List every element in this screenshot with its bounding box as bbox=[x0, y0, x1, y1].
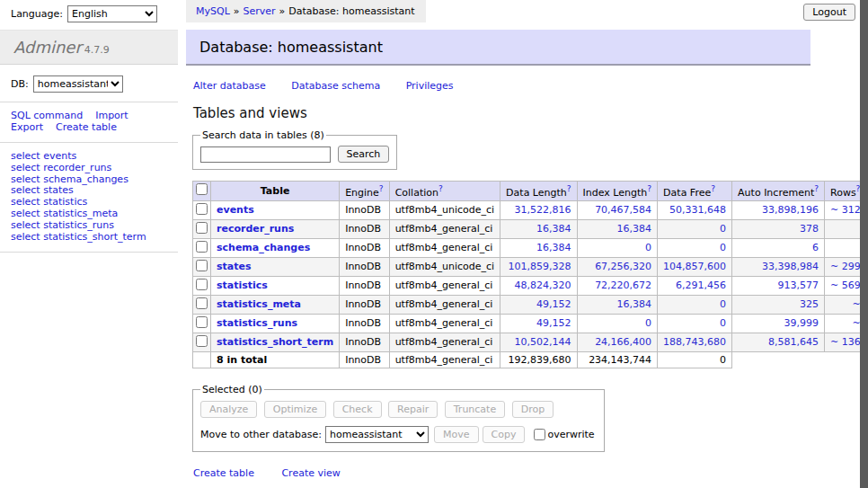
privileges-link[interactable]: Privileges bbox=[406, 80, 454, 92]
total-collation: utf8mb4_general_ci bbox=[389, 351, 500, 368]
logout-button[interactable]: Logout bbox=[803, 4, 855, 21]
collation-cell: utf8mb4_general_ci bbox=[389, 333, 500, 351]
total-index-length: 234,143,744 bbox=[577, 351, 658, 368]
language-select[interactable]: English bbox=[67, 5, 157, 22]
table-link-statistics-runs[interactable]: statistics_runs bbox=[217, 317, 297, 329]
search-button[interactable]: Search bbox=[338, 146, 390, 163]
vertical-scrollbar[interactable] bbox=[860, 0, 868, 488]
collation-cell: utf8mb4_general_ci bbox=[389, 276, 500, 295]
engine-cell: InnoDB bbox=[340, 238, 389, 257]
collation-help-link[interactable]: ? bbox=[438, 184, 443, 193]
create-links-row: Create table Create view bbox=[193, 467, 810, 479]
move-database-select[interactable]: homeassistant bbox=[325, 426, 429, 443]
select-all-checkbox[interactable] bbox=[196, 183, 208, 195]
create-view-link[interactable]: Create view bbox=[281, 467, 340, 479]
collation-cell: utf8mb4_general_ci bbox=[389, 295, 500, 314]
auto-increment-cell: 8,581,645 bbox=[732, 333, 825, 351]
auto-increment-help-link[interactable]: ? bbox=[814, 184, 819, 193]
table-row: statistics_meta InnoDB utf8mb4_general_c… bbox=[193, 295, 868, 314]
search-legend: Search data in tables (8) bbox=[200, 129, 326, 141]
row-checkbox[interactable] bbox=[196, 279, 208, 290]
engine-help-link[interactable]: ? bbox=[379, 184, 384, 193]
breadcrumb-mysql-link[interactable]: MySQL bbox=[196, 5, 230, 17]
table-link-statistics[interactable]: statistics bbox=[217, 279, 268, 291]
database-schema-link[interactable]: Database schema bbox=[291, 80, 380, 92]
column-header-index-length: Index Length? bbox=[577, 182, 658, 201]
overwrite-checkbox[interactable] bbox=[534, 429, 545, 440]
engine-cell: InnoDB bbox=[340, 314, 389, 333]
table-link-schema-changes[interactable]: schema_changes bbox=[217, 242, 310, 253]
index-length-help-link[interactable]: ? bbox=[647, 184, 651, 193]
sidebar-import-link[interactable]: Import bbox=[95, 110, 128, 121]
breadcrumb-current: Database: homeassistant bbox=[288, 5, 414, 17]
row-checkbox[interactable] bbox=[196, 316, 208, 328]
alter-database-link[interactable]: Alter database bbox=[193, 80, 266, 92]
row-checkbox[interactable] bbox=[196, 203, 208, 215]
data-free-cell: 0 bbox=[658, 295, 732, 314]
auto-increment-cell: 378 bbox=[732, 219, 825, 238]
search-fieldset: Search data in tables (8) Search bbox=[192, 129, 397, 170]
row-checkbox[interactable] bbox=[196, 335, 208, 347]
analyze-button[interactable]: Analyze bbox=[200, 401, 257, 418]
db-select[interactable]: homeassistant bbox=[33, 75, 123, 93]
auto-increment-cell: 913,577 bbox=[732, 276, 825, 295]
sidebar-actions: SQL commandImport ExportCreate table bbox=[0, 102, 178, 142]
drop-button[interactable]: Drop bbox=[512, 401, 554, 418]
table-link-events[interactable]: events bbox=[217, 204, 254, 216]
sidebar-sql-command-link[interactable]: SQL command bbox=[11, 110, 83, 121]
sidebar: Language:English Adminer4.7.9 DB:homeass… bbox=[0, 0, 178, 253]
total-label: 8 in total bbox=[211, 351, 340, 368]
optimize-button[interactable]: Optimize bbox=[264, 401, 326, 418]
search-input[interactable] bbox=[200, 146, 331, 163]
data-length-cell: 16,384 bbox=[500, 238, 577, 257]
engine-cell: InnoDB bbox=[340, 276, 389, 295]
engine-cell: InnoDB bbox=[340, 333, 389, 351]
data-length-help-link[interactable]: ? bbox=[567, 184, 571, 193]
auto-increment-cell: 39,999 bbox=[732, 314, 825, 333]
sidebar-item-select-statistics-meta[interactable]: select statistics_meta bbox=[11, 208, 118, 219]
index-length-cell: 67,256,320 bbox=[577, 257, 658, 276]
create-table-link[interactable]: Create table bbox=[193, 467, 254, 479]
language-row: Language:English bbox=[0, 0, 178, 28]
sidebar-item-select-schema-changes[interactable]: select schema_changes bbox=[11, 173, 128, 185]
table-row: events InnoDB utf8mb4_unicode_ci 31,522,… bbox=[193, 200, 868, 219]
total-data-length: 192,839,680 bbox=[500, 351, 577, 368]
sidebar-item-select-states[interactable]: select states bbox=[11, 184, 74, 196]
row-checkbox[interactable] bbox=[196, 241, 208, 253]
total-data-free: 0 bbox=[658, 351, 732, 368]
table-row: statistics_short_term InnoDB utf8mb4_gen… bbox=[193, 333, 868, 351]
table-row: schema_changes InnoDB utf8mb4_general_ci… bbox=[193, 238, 868, 257]
sidebar-create-table-link[interactable]: Create table bbox=[56, 121, 117, 133]
move-button[interactable]: Move bbox=[434, 426, 479, 443]
breadcrumb-separator: » bbox=[279, 5, 286, 17]
data-length-cell: 49,152 bbox=[500, 314, 577, 333]
table-link-states[interactable]: states bbox=[217, 261, 252, 272]
collation-cell: utf8mb4_general_ci bbox=[389, 238, 500, 257]
row-checkbox[interactable] bbox=[196, 222, 208, 234]
database-action-links: Alter database Database schema Privilege… bbox=[193, 80, 810, 92]
table-header-row: Table Engine? Collation? Data Length? In… bbox=[193, 182, 868, 201]
sidebar-item-select-recorder-runs[interactable]: select recorder_runs bbox=[11, 162, 111, 173]
row-checkbox[interactable] bbox=[196, 297, 208, 309]
truncate-button[interactable]: Truncate bbox=[445, 401, 505, 418]
table-link-statistics-meta[interactable]: statistics_meta bbox=[217, 298, 301, 310]
row-checkbox[interactable] bbox=[196, 260, 208, 271]
sidebar-item-select-statistics-runs[interactable]: select statistics_runs bbox=[11, 219, 114, 231]
copy-button[interactable]: Copy bbox=[483, 426, 526, 443]
repair-button[interactable]: Repair bbox=[388, 401, 438, 418]
sidebar-item-select-statistics-short-term[interactable]: select statistics_short_term bbox=[11, 231, 146, 243]
sidebar-item-select-events[interactable]: select events bbox=[11, 150, 76, 162]
engine-cell: InnoDB bbox=[340, 257, 389, 276]
table-link-statistics-short-term[interactable]: statistics_short_term bbox=[217, 336, 333, 348]
move-row: Move to other database:homeassistantMove… bbox=[200, 426, 595, 443]
table-link-recorder-runs[interactable]: recorder_runs bbox=[217, 223, 294, 235]
data-length-cell: 10,502,144 bbox=[500, 333, 577, 351]
data-free-help-link[interactable]: ? bbox=[711, 184, 715, 193]
sidebar-export-link[interactable]: Export bbox=[11, 121, 43, 133]
column-header-table: Table bbox=[211, 182, 340, 201]
data-length-cell: 16,384 bbox=[500, 219, 577, 238]
breadcrumb-server-link[interactable]: Server bbox=[244, 5, 276, 17]
collation-cell: utf8mb4_general_ci bbox=[389, 219, 500, 238]
sidebar-item-select-statistics[interactable]: select statistics bbox=[11, 196, 87, 208]
check-button[interactable]: Check bbox=[333, 401, 382, 418]
